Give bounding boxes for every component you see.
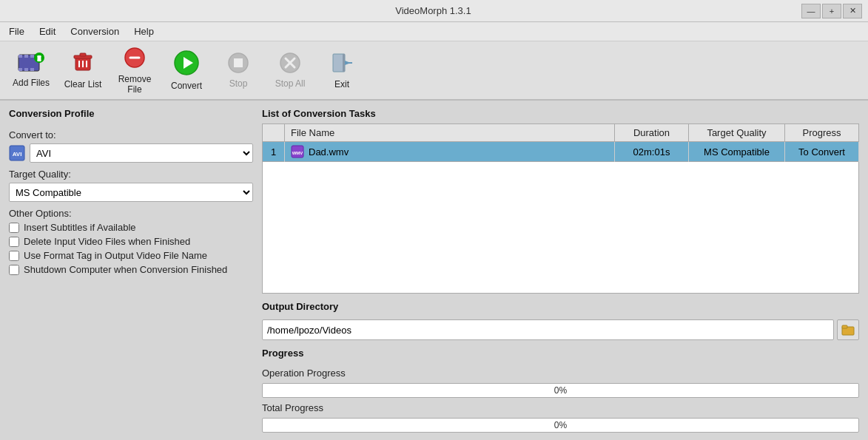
col-filename: File Name — [285, 124, 615, 142]
svg-rect-14 — [80, 53, 86, 56]
dir-row — [262, 319, 859, 340]
quality-select[interactable]: MS Compatible High Quality Low Quality C… — [9, 183, 253, 202]
close-button[interactable]: ✕ — [843, 4, 862, 18]
stop-button[interactable]: Stop — [213, 44, 263, 97]
table-row[interactable]: 1 WMV Dad.wmv 02m:01s MS Compatib — [263, 142, 859, 162]
row-filename: WMV Dad.wmv — [285, 142, 615, 162]
folder-icon — [841, 323, 855, 336]
svg-text:AVI: AVI — [13, 151, 22, 158]
stop-all-label: Stop All — [275, 79, 306, 89]
exit-button[interactable]: Exit — [317, 44, 367, 97]
titlebar: VideoMorph 1.3.1 — + ✕ — [0, 0, 868, 22]
col-progress: Progress — [785, 124, 859, 142]
delete-input-checkbox-row: Delete Input Video Files when Finished — [9, 236, 253, 247]
clear-list-label: Clear List — [64, 80, 102, 89]
svg-rect-11 — [39, 55, 41, 61]
add-files-button[interactable]: Add Files — [6, 44, 56, 97]
exit-icon — [330, 51, 354, 77]
menubar: File Edit Conversion Help — [0, 22, 868, 41]
col-quality: Target Quality — [689, 124, 785, 142]
stop-label: Stop — [229, 79, 248, 89]
output-dir-section: Output Directory — [262, 301, 859, 340]
svg-rect-28 — [343, 54, 345, 72]
shutdown-checkbox-row: Shutdown Computer when Conversion Finish… — [9, 264, 253, 275]
svg-rect-4 — [18, 68, 22, 71]
total-progress-text: 0% — [263, 419, 858, 432]
file-icon: WMV — [291, 145, 304, 158]
remove-file-label: Remove File — [111, 75, 158, 94]
task-list-empty-area — [262, 162, 859, 294]
svg-rect-1 — [18, 55, 22, 58]
remove-file-button[interactable]: Remove File — [110, 44, 160, 97]
menu-help[interactable]: Help — [128, 24, 160, 38]
svg-rect-2 — [24, 55, 28, 58]
convert-icon — [173, 50, 200, 78]
convert-to-label: Convert to: — [9, 129, 253, 141]
operation-progress-row: Operation Progress 0% — [262, 368, 859, 398]
svg-text:WMV: WMV — [292, 151, 303, 155]
convert-to-section: Convert to: AVI AVI MP4 MKV MOV WMV FLV — [9, 129, 253, 163]
row-progress: To Convert — [785, 142, 859, 162]
svg-rect-23 — [234, 58, 243, 67]
delete-input-checkbox[interactable] — [9, 237, 19, 247]
format-icon: AVI — [9, 145, 25, 161]
format-select[interactable]: AVI MP4 MKV MOV WMV FLV — [30, 143, 253, 163]
add-files-icon — [17, 52, 45, 75]
svg-rect-5 — [24, 68, 28, 71]
operation-progress-bar: 0% — [262, 383, 859, 398]
add-files-label: Add Files — [13, 78, 50, 88]
row-quality: MS Compatible — [689, 142, 785, 162]
progress-section: Progress Operation Progress 0% Total Pro… — [262, 348, 859, 433]
format-tag-label[interactable]: Use Format Tag in Output Video File Name — [24, 250, 207, 261]
svg-rect-6 — [30, 68, 34, 71]
target-quality-section: Target Quality: MS Compatible High Quali… — [9, 169, 253, 202]
output-dir-input[interactable] — [262, 319, 834, 340]
menu-edit[interactable]: Edit — [33, 24, 61, 38]
output-dir-title: Output Directory — [262, 301, 859, 312]
subtitles-checkbox[interactable] — [9, 223, 19, 233]
convert-button[interactable]: Convert — [161, 44, 212, 97]
task-list-title: List of Conversion Tasks — [262, 108, 859, 119]
left-panel: Conversion Profile Convert to: AVI AVI M… — [9, 108, 253, 433]
shutdown-checkbox[interactable] — [9, 265, 19, 275]
filename-text: Dad.wmv — [309, 146, 349, 158]
task-list-section: List of Conversion Tasks File Name Durat… — [262, 108, 859, 294]
menu-file[interactable]: File — [3, 24, 30, 38]
subtitle-checkbox-row: Insert Subtitles if Available — [9, 222, 253, 233]
app-title: VideoMorph 1.3.1 — [65, 5, 801, 16]
format-tag-checkbox[interactable] — [9, 251, 19, 261]
conversion-profile-title: Conversion Profile — [9, 108, 253, 119]
total-progress-row: Total Progress 0% — [262, 402, 859, 433]
total-progress-bar: 0% — [262, 418, 859, 433]
convert-label: Convert — [171, 81, 202, 91]
toolbar: Add Files Clear List Remove File — [0, 41, 868, 101]
format-tag-checkbox-row: Use Format Tag in Output Video File Name — [9, 250, 253, 261]
stop-all-button[interactable]: Stop All — [265, 44, 315, 97]
maximize-button[interactable]: + — [822, 4, 841, 18]
other-options-label: Other Options: — [9, 208, 253, 219]
row-duration: 02m:01s — [615, 142, 689, 162]
delete-input-label[interactable]: Delete Input Video Files when Finished — [24, 236, 190, 247]
minimize-button[interactable]: — — [801, 4, 821, 18]
subtitles-label[interactable]: Insert Subtitles if Available — [24, 222, 136, 233]
stop-icon — [227, 52, 249, 76]
remove-file-icon — [123, 46, 147, 72]
shutdown-label[interactable]: Shutdown Computer when Conversion Finish… — [24, 264, 227, 275]
task-list-table: File Name Duration Target Quality Progre… — [262, 123, 859, 162]
target-quality-label: Target Quality: — [9, 169, 253, 180]
format-row: AVI AVI MP4 MKV MOV WMV FLV — [9, 143, 253, 163]
right-panel: List of Conversion Tasks File Name Durat… — [262, 108, 859, 433]
total-progress-label: Total Progress — [262, 402, 859, 413]
col-num — [263, 124, 285, 142]
stop-all-icon — [279, 52, 301, 76]
exit-label: Exit — [334, 80, 349, 89]
operation-progress-label: Operation Progress — [262, 368, 859, 379]
clear-list-icon — [71, 51, 95, 77]
menu-conversion[interactable]: Conversion — [64, 24, 125, 38]
row-num: 1 — [263, 142, 285, 162]
clear-list-button[interactable]: Clear List — [58, 44, 108, 97]
main-content: Conversion Profile Convert to: AVI AVI M… — [0, 101, 868, 440]
operation-progress-text: 0% — [263, 384, 858, 397]
browse-button[interactable] — [837, 319, 859, 340]
other-options-section: Other Options: Insert Subtitles if Avail… — [9, 208, 253, 278]
